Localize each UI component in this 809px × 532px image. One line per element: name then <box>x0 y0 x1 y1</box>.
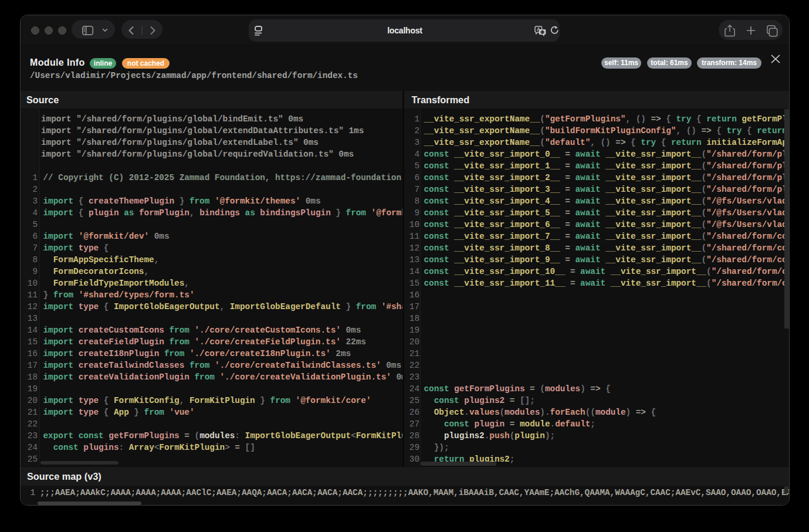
svg-text:✱: ✱ <box>540 29 545 35</box>
